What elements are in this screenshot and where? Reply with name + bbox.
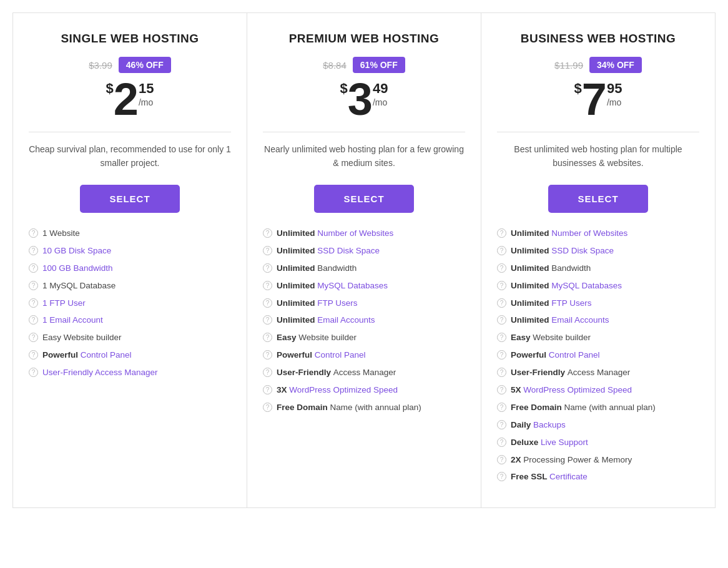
feature-plain-text: Access Manager bbox=[568, 368, 631, 377]
feature-item: ?Powerful Control Panel bbox=[497, 350, 699, 361]
feature-link-text: Number of Websites bbox=[317, 228, 393, 238]
feature-bold-text: Unlimited bbox=[277, 298, 317, 308]
feature-link-text: FTP Users bbox=[551, 298, 591, 308]
price-main-business: 7 bbox=[582, 77, 607, 122]
price-dollar-single: $ bbox=[106, 82, 114, 95]
feature-list-premium: ?Unlimited Number of Websites?Unlimited … bbox=[263, 228, 465, 414]
feature-text: Unlimited MySQL Databases bbox=[511, 280, 622, 292]
feature-item: ?Easy Website builder bbox=[497, 332, 699, 344]
question-circle-icon: ? bbox=[263, 228, 272, 238]
feature-text: 1 MySQL Database bbox=[42, 280, 116, 292]
feature-bold-text: 3X bbox=[277, 385, 289, 394]
question-circle-icon: ? bbox=[29, 246, 38, 255]
price-cents-premium: 49 bbox=[373, 82, 388, 95]
feature-text: Unlimited Number of Websites bbox=[277, 228, 393, 240]
feature-link-text: User-Friendly Access Manager bbox=[42, 368, 158, 377]
feature-bold-text: 5X bbox=[511, 385, 523, 394]
feature-bold-text: Powerful bbox=[42, 350, 81, 360]
feature-text: Unlimited Bandwidth bbox=[277, 263, 357, 275]
plan-description-premium: Nearly unlimited web hosting plan for a … bbox=[263, 142, 465, 172]
select-button-premium[interactable]: SELECT bbox=[314, 185, 414, 213]
feature-item: ?2X Processing Power & Memory bbox=[497, 454, 699, 466]
feature-text: Free SSL Certificate bbox=[511, 471, 588, 483]
feature-item: ?Unlimited Email Accounts bbox=[263, 315, 465, 326]
feature-item: ?Powerful Control Panel bbox=[29, 350, 231, 361]
question-circle-icon: ? bbox=[497, 350, 506, 360]
question-circle-icon: ? bbox=[29, 333, 38, 342]
feature-plain-text: Name (with annual plan) bbox=[564, 403, 656, 412]
feature-text: Unlimited Bandwidth bbox=[511, 263, 591, 275]
current-price-single: $215/mo bbox=[29, 77, 231, 122]
feature-bold-text: 2X bbox=[511, 455, 523, 464]
feature-item: ?Unlimited Bandwidth bbox=[263, 263, 465, 275]
feature-item: ?100 GB Bandwidth bbox=[29, 263, 231, 275]
divider-top-business bbox=[497, 132, 699, 132]
feature-text: User-Friendly Access Manager bbox=[42, 367, 158, 379]
feature-text: 1 FTP User bbox=[42, 298, 86, 310]
discount-badge-single: 46% OFF bbox=[119, 57, 171, 73]
feature-text: Unlimited Number of Websites bbox=[511, 228, 627, 240]
question-circle-icon: ? bbox=[263, 350, 272, 360]
feature-text: User-Friendly Access Manager bbox=[277, 367, 396, 379]
feature-plain-text: Name (with annual plan) bbox=[330, 403, 421, 412]
price-mo-premium: /mo bbox=[373, 98, 388, 107]
question-circle-icon: ? bbox=[263, 298, 272, 308]
feature-bold-text: Unlimited bbox=[511, 246, 551, 255]
feature-text: Free Domain Name (with annual plan) bbox=[511, 402, 656, 414]
feature-item: ?Unlimited SSD Disk Space bbox=[263, 245, 465, 257]
price-cents-mo-premium: 49/mo bbox=[373, 82, 388, 107]
feature-bold-text: Free Domain bbox=[511, 403, 564, 412]
feature-item: ?Unlimited Number of Websites bbox=[263, 228, 465, 240]
divider-top-single bbox=[29, 132, 231, 132]
feature-link-text: FTP Users bbox=[317, 298, 357, 308]
feature-link-text: Email Accounts bbox=[317, 315, 375, 325]
feature-bold-text: Easy bbox=[511, 333, 533, 342]
feature-link-text: Certificate bbox=[549, 472, 588, 481]
plan-description-business: Best unlimited web hosting plan for mult… bbox=[497, 142, 699, 172]
feature-item: ?1 Website bbox=[29, 228, 231, 240]
plan-business: BUSINESS WEB HOSTING$11.9934% OFF$795/mo… bbox=[481, 13, 715, 507]
feature-text: 100 GB Bandwidth bbox=[42, 263, 113, 275]
question-circle-icon: ? bbox=[263, 246, 272, 255]
feature-item: ?1 MySQL Database bbox=[29, 280, 231, 292]
price-cents-mo-single: 15/mo bbox=[139, 82, 154, 107]
question-circle-icon: ? bbox=[497, 455, 506, 464]
feature-link-text: 100 GB Bandwidth bbox=[42, 263, 113, 273]
feature-link-text: SSD Disk Space bbox=[551, 246, 614, 255]
question-circle-icon: ? bbox=[497, 333, 506, 342]
feature-text: Free Domain Name (with annual plan) bbox=[277, 402, 421, 414]
feature-text: 1 Email Account bbox=[42, 315, 103, 326]
feature-text: 3X WordPress Optimized Speed bbox=[277, 384, 398, 396]
feature-plain-text: 1 Website bbox=[42, 228, 80, 238]
question-circle-icon: ? bbox=[263, 368, 272, 377]
feature-plain-text: Easy Website builder bbox=[42, 333, 122, 342]
feature-text: Easy Website builder bbox=[511, 332, 591, 344]
feature-text: Unlimited FTP Users bbox=[277, 298, 358, 310]
feature-bold-text: Powerful bbox=[277, 350, 315, 360]
price-dollar-premium: $ bbox=[340, 82, 348, 95]
feature-plain-text: Bandwidth bbox=[551, 263, 591, 273]
select-button-business[interactable]: SELECT bbox=[548, 185, 648, 213]
price-cents-single: 15 bbox=[139, 82, 154, 95]
feature-link-text: 10 GB Disk Space bbox=[42, 246, 111, 255]
question-circle-icon: ? bbox=[29, 281, 38, 290]
feature-item: ?3X WordPress Optimized Speed bbox=[263, 384, 465, 396]
select-button-single[interactable]: SELECT bbox=[80, 185, 180, 213]
feature-item: ?Easy Website builder bbox=[263, 332, 465, 344]
pricing-container: SINGLE WEB HOSTING$3.9946% OFF$215/moChe… bbox=[12, 12, 716, 508]
plan-description-single: Cheap survival plan, recommended to use … bbox=[29, 142, 231, 172]
feature-bold-text: Easy bbox=[277, 333, 298, 342]
question-circle-icon: ? bbox=[497, 298, 506, 308]
feature-item: ?Powerful Control Panel bbox=[263, 350, 465, 361]
feature-list-single: ?1 Website?10 GB Disk Space?100 GB Bandw… bbox=[29, 228, 231, 379]
original-price-single: $3.99 bbox=[89, 60, 112, 71]
feature-item: ?Free Domain Name (with annual plan) bbox=[497, 402, 699, 414]
question-circle-icon: ? bbox=[263, 333, 272, 342]
feature-link-text: WordPress Optimized Speed bbox=[289, 385, 398, 394]
question-circle-icon: ? bbox=[29, 315, 38, 325]
feature-text: Unlimited Email Accounts bbox=[277, 315, 375, 326]
feature-item: ?5X WordPress Optimized Speed bbox=[497, 384, 699, 396]
feature-item: ?User-Friendly Access Manager bbox=[497, 367, 699, 379]
feature-text: Unlimited FTP Users bbox=[511, 298, 592, 310]
feature-text: 2X Processing Power & Memory bbox=[511, 454, 632, 466]
